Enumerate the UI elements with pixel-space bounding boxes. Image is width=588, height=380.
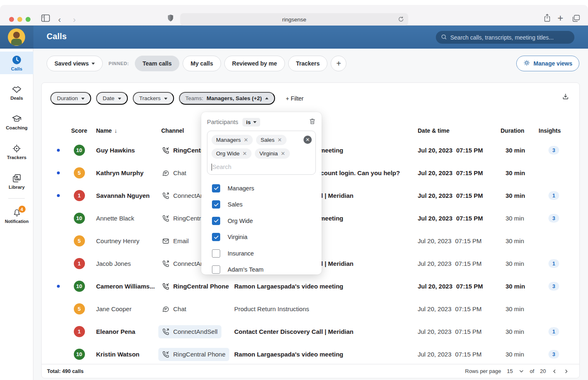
participants-filter-popover: Participants is Managers✕ Sales✕ Org Wid… xyxy=(201,112,322,274)
col-insights[interactable]: Insights xyxy=(532,127,561,134)
global-search-input[interactable]: Search calls, transcripts, meeting title… xyxy=(436,31,574,44)
table-row[interactable]: 10 Cameron Williams... RingCentral Phone… xyxy=(42,275,579,298)
remove-chip-icon[interactable]: ✕ xyxy=(278,137,282,143)
tab-overview-icon[interactable] xyxy=(572,15,580,23)
sidebar-item-notification[interactable]: 4 Notification xyxy=(0,204,33,227)
sidebar-item-coaching[interactable]: Coaching xyxy=(0,110,33,133)
next-page-icon[interactable] xyxy=(563,368,569,374)
score-badge: 1 xyxy=(74,326,85,337)
new-tab-icon[interactable]: + xyxy=(557,13,563,23)
sidebar-item-deals[interactable]: Deals xyxy=(0,81,33,103)
rows-per-page-value[interactable]: 15 xyxy=(507,368,513,374)
trash-icon[interactable] xyxy=(309,117,316,127)
col-name[interactable]: Name↓ xyxy=(92,127,158,134)
sidebar-label: Library xyxy=(9,185,25,190)
sidebar-item-trackers[interactable]: Trackers xyxy=(0,140,33,163)
popover-search-placeholder[interactable]: Search xyxy=(212,164,231,170)
email-icon xyxy=(162,237,169,245)
insights-badge[interactable]: 1 xyxy=(548,259,559,268)
option-managers[interactable]: Managers xyxy=(207,180,316,197)
score-badge: 5 xyxy=(74,167,85,178)
zoom-window-button[interactable] xyxy=(26,17,31,22)
option-virginia[interactable]: Virginia xyxy=(207,229,316,246)
option-org-wide[interactable]: Org Wide xyxy=(207,213,316,229)
filter-trackers[interactable]: Trackers xyxy=(133,92,174,105)
view-tab-trackers[interactable]: Trackers xyxy=(288,56,328,71)
checkbox-checked-icon[interactable] xyxy=(212,233,220,241)
avatar[interactable] xyxy=(8,28,25,46)
selected-chip[interactable]: Virginia✕ xyxy=(255,148,290,159)
sort-desc-icon: ↓ xyxy=(114,127,117,134)
table-row[interactable]: 10 Kristin Watson RingCentral Phone Ramo… xyxy=(42,343,579,366)
call-name: Cameron Williams... xyxy=(92,283,158,290)
remove-chip-icon[interactable]: ✕ xyxy=(281,150,285,157)
view-tab-reviewed-by-me[interactable]: Reviewed by me xyxy=(224,56,285,71)
back-button[interactable]: ‹ xyxy=(58,14,61,24)
filter-date[interactable]: Date xyxy=(96,92,128,105)
minimize-window-button[interactable] xyxy=(17,17,22,22)
shield-icon xyxy=(167,14,174,23)
participants-multiselect-input[interactable]: Managers✕ Sales✕ Org Wide✕ Virginia✕ ✕ S… xyxy=(207,131,316,175)
channel-label: Chat xyxy=(173,169,186,176)
checkbox-checked-icon[interactable] xyxy=(212,200,220,209)
manage-views-label: Manage views xyxy=(534,60,572,67)
sidebar-label: Coaching xyxy=(6,125,27,130)
col-date-time[interactable]: Date & time xyxy=(407,127,488,134)
insights-badge[interactable]: 3 xyxy=(548,282,559,291)
app-header: Calls Search calls, transcripts, meeting… xyxy=(0,26,588,49)
call-duration: 30 min xyxy=(488,192,532,199)
insights-badge[interactable]: 1 xyxy=(548,327,559,336)
remove-chip-icon[interactable]: ✕ xyxy=(242,150,247,157)
forward-button[interactable]: › xyxy=(73,14,76,24)
clear-all-icon[interactable]: ✕ xyxy=(303,136,312,144)
selected-chip[interactable]: Org Wide✕ xyxy=(212,148,252,159)
checkbox-unchecked-icon[interactable] xyxy=(212,249,220,258)
col-duration[interactable]: Duration xyxy=(488,127,532,134)
option-insurance[interactable]: Insurance xyxy=(207,245,316,262)
add-filter-button[interactable]: + Filter xyxy=(286,95,303,102)
add-view-button[interactable]: + xyxy=(331,56,346,71)
insights-badge[interactable]: 1 xyxy=(548,191,559,200)
sidebar-toggle-icon[interactable] xyxy=(41,14,50,23)
remove-chip-icon[interactable]: ✕ xyxy=(244,137,248,143)
checkbox-unchecked-icon[interactable] xyxy=(212,265,220,274)
checkbox-checked-icon[interactable] xyxy=(212,184,220,192)
call-name: Annette Black xyxy=(92,215,158,222)
insights-badge[interactable]: 3 xyxy=(548,214,559,223)
saved-views-dropdown[interactable]: Saved views xyxy=(47,56,103,71)
views-bar: Saved views PINNED: Team calls My calls … xyxy=(33,49,588,80)
rows-per-page-chevron-icon[interactable] xyxy=(519,368,524,374)
checkbox-checked-icon[interactable] xyxy=(212,217,220,225)
phone-outgoing-icon xyxy=(162,192,169,199)
col-score[interactable]: Score xyxy=(66,127,92,134)
prev-page-icon[interactable] xyxy=(552,368,557,374)
call-duration: 30 min xyxy=(488,147,532,154)
call-title: Product Return Instructions xyxy=(231,305,407,312)
sidebar-item-library[interactable]: Library xyxy=(0,170,33,192)
close-window-button[interactable] xyxy=(9,17,14,22)
selected-chip[interactable]: Sales✕ xyxy=(256,135,287,145)
score-badge: 10 xyxy=(74,349,85,360)
table-row[interactable]: 5 Jane Cooper Chat Product Return Instru… xyxy=(42,298,579,320)
download-icon[interactable] xyxy=(562,93,569,102)
call-datetime: Jul 20, 202307:15 PM xyxy=(407,305,488,312)
manage-views-button[interactable]: Manage views xyxy=(516,56,579,71)
sidebar-item-calls[interactable]: Calls xyxy=(0,52,33,74)
insights-badge[interactable]: 3 xyxy=(548,146,559,155)
call-duration: 30 min xyxy=(488,169,532,176)
option-sales[interactable]: Sales xyxy=(207,197,316,213)
view-tab-my-calls[interactable]: My calls xyxy=(183,56,221,71)
address-bar[interactable]: ringsense xyxy=(180,13,408,26)
chat-icon xyxy=(162,169,169,177)
view-tab-team-calls[interactable]: Team calls xyxy=(135,56,180,71)
option-adams-team[interactable]: Adam's Team xyxy=(207,262,316,278)
reload-icon[interactable] xyxy=(398,16,404,23)
filter-teams-active[interactable]: Teams: Managers, Sales (+2) xyxy=(179,92,275,105)
selected-chip[interactable]: Managers✕ xyxy=(212,135,253,145)
operator-dropdown[interactable]: is xyxy=(242,118,260,127)
insights-badge[interactable]: 3 xyxy=(548,350,559,359)
share-icon[interactable] xyxy=(543,14,551,24)
filter-duration[interactable]: Duration xyxy=(50,92,91,105)
unread-dot xyxy=(57,194,60,197)
table-row[interactable]: 1 Eleanor Pena ConnectAndSell Contact Ce… xyxy=(42,320,579,343)
